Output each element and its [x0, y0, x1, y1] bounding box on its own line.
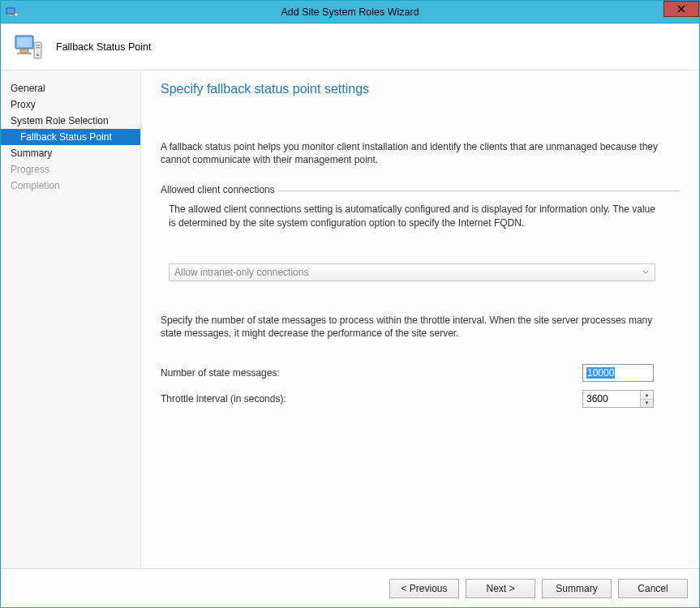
chevron-down-icon [640, 267, 651, 278]
group-description: The allowed client connections setting i… [169, 203, 655, 229]
svg-rect-0 [6, 8, 15, 14]
page-description: A fallback status point helps you monito… [161, 140, 663, 166]
throttle-interval-row: Throttle interval (in seconds): ▲ ▼ [161, 390, 680, 408]
nav-item-progress: Progress [1, 161, 140, 178]
num-messages-label: Number of state messages: [161, 367, 582, 379]
page-heading: Specify fallback status point settings [161, 82, 680, 96]
throttle-interval-label: Throttle interval (in seconds): [161, 393, 582, 405]
wizard-body: General Proxy System Role Selection Fall… [1, 71, 699, 568]
wizard-window: Add Site System Roles Wizard Fallback St… [0, 0, 700, 608]
num-messages-input[interactable]: 10000 [582, 364, 654, 382]
nav-item-summary[interactable]: Summary [1, 145, 140, 161]
svg-rect-6 [17, 53, 32, 54]
spinner-arrows: ▲ ▼ [640, 391, 653, 407]
nav-item-system-role-selection[interactable]: System Role Selection [1, 113, 140, 129]
svg-point-10 [37, 54, 39, 56]
spinner-down-icon[interactable]: ▼ [641, 400, 653, 408]
nav-item-completion: Completion [1, 178, 140, 194]
combo-value: Allow intranet-only connections [174, 267, 308, 278]
footer: < Previous Next > Summary Cancel [1, 568, 699, 607]
svg-point-2 [15, 12, 19, 16]
app-icon [6, 6, 19, 19]
titlebar: Add Site System Roles Wizard [1, 1, 699, 24]
nav-sidebar: General Proxy System Role Selection Fall… [1, 71, 140, 568]
cancel-button[interactable]: Cancel [618, 579, 688, 598]
previous-button[interactable]: < Previous [389, 579, 459, 598]
num-messages-row: Number of state messages: 10000 [161, 364, 680, 382]
svg-rect-5 [20, 49, 28, 53]
svg-rect-1 [8, 15, 13, 16]
next-button[interactable]: Next > [466, 579, 535, 598]
svg-rect-8 [36, 45, 40, 46]
throttle-description: Specify the number of state messages to … [161, 314, 655, 340]
nav-item-fallback-status-point[interactable]: Fallback Status Point [1, 129, 140, 145]
svg-rect-4 [17, 37, 32, 47]
server-computer-icon [12, 31, 45, 63]
group-label: Allowed client connections [161, 184, 278, 195]
window-title: Add Site System Roles Wizard [1, 6, 699, 18]
nav-item-proxy[interactable]: Proxy [1, 96, 140, 113]
summary-button[interactable]: Summary [542, 579, 612, 598]
content-pane: Specify fallback status point settings A… [140, 71, 699, 568]
allowed-connections-combo: Allow intranet-only connections [169, 263, 655, 281]
header-band: Fallback Status Point [1, 24, 699, 71]
spinner-up-icon[interactable]: ▲ [641, 391, 653, 400]
nav-item-general[interactable]: General [1, 80, 140, 96]
close-button[interactable] [663, 1, 699, 17]
header-label: Fallback Status Point [56, 41, 151, 53]
svg-rect-9 [36, 47, 40, 49]
allowed-connections-group: Allowed client connections The allowed c… [161, 191, 680, 289]
throttle-interval-spinner[interactable]: ▲ ▼ [582, 390, 654, 408]
throttle-interval-input[interactable] [583, 391, 640, 407]
